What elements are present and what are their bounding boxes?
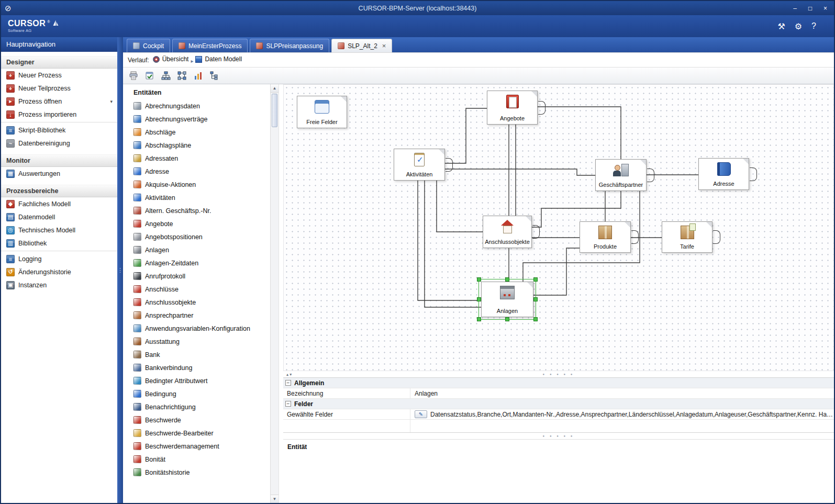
entity-item-anrufprotokoll[interactable]: Anrufprotokoll — [123, 270, 270, 283]
sidebar-item-logging[interactable]: ≡Logging — [1, 252, 117, 265]
diagram-canvas[interactable]: Freie FelderAngeboteAktivitätenGeschäfts… — [283, 84, 834, 371]
node-freie-felder[interactable]: Freie Felder — [297, 96, 347, 128]
entity-item-bedingung[interactable]: Bedingung — [123, 387, 270, 400]
entity-item-beschwerdemanagement[interactable]: Beschwerdemanagement — [123, 440, 270, 453]
print-preview-icon[interactable] — [127, 70, 140, 82]
connector-line[interactable] — [418, 181, 481, 300]
node-geschaeftspartner[interactable]: Geschäftspartner — [595, 159, 647, 191]
scrollbar-thumb[interactable] — [272, 94, 277, 127]
divider — [1, 251, 117, 251]
edit-fields-button[interactable]: ✎ — [415, 410, 427, 418]
chart-icon[interactable] — [192, 70, 205, 82]
connector-line[interactable] — [437, 181, 483, 232]
breadcrumb-item-übersicht[interactable]: Übersicht — [153, 55, 189, 63]
entity-label: Bedingter Attributwert — [145, 377, 208, 385]
property-value[interactable]: ✎Datensatzstatus,Branche,Ort,Mandanten-N… — [410, 409, 834, 419]
entity-item-akquise-aktionen[interactable]: Akquise-Aktionen — [123, 178, 270, 191]
entity-item-anlagen-zeitdaten[interactable]: Anlagen-Zeitdaten — [123, 256, 270, 270]
entity-item-ausstattung[interactable]: Ausstattung — [123, 335, 270, 348]
collapse-icon[interactable]: − — [285, 401, 291, 407]
machine-icon — [500, 286, 515, 299]
entity-item-bedingter-attributwert[interactable]: Bedingter Attributwert — [123, 374, 270, 387]
tools-icon[interactable]: ⚒ — [777, 21, 785, 31]
layout-hierarchic-icon[interactable] — [160, 70, 172, 82]
sidebar-item-bibliothek[interactable]: ▥Bibliothek — [1, 237, 117, 250]
entity-item-anlagen[interactable]: Anlagen — [123, 243, 270, 256]
canvas-properties-splitter[interactable]: ▴ ▾ ● ● ● ● ● — [283, 371, 834, 377]
sidebar-item-prozess-öffnen[interactable]: ▸Prozess öffnen▾ — [1, 95, 117, 108]
entity-item-bonität[interactable]: Bonität — [123, 453, 270, 466]
connector-line[interactable] — [425, 181, 481, 307]
tab-slppreisanpassung[interactable]: SLPPreisanpassung — [250, 39, 329, 52]
window-controls: – □ × — [787, 3, 833, 14]
sidebar-item-datenbereinigung[interactable]: ~Datenbereinigung — [1, 137, 117, 150]
maximize-button[interactable]: □ — [803, 3, 818, 14]
node-anschlussobjekte[interactable]: Anschlussobjekte — [483, 216, 532, 248]
help-icon[interactable]: ? — [811, 21, 816, 31]
connector-line[interactable] — [538, 107, 621, 159]
entity-item-adressaten[interactable]: Adressaten — [123, 152, 270, 165]
entity-item-bank[interactable]: Bank — [123, 348, 270, 361]
sidebar-item-datenmodell[interactable]: ▤Datenmodell — [1, 210, 117, 223]
select-window-icon[interactable] — [143, 70, 156, 82]
property-value[interactable]: Anlagen — [410, 388, 834, 398]
layout-tree-icon[interactable] — [208, 70, 221, 82]
connector-line[interactable] — [445, 108, 487, 163]
sidebar-section-designer[interactable]: Designer — [1, 56, 117, 69]
sidebar-item-neuer-prozess[interactable]: +Neuer Prozess — [1, 69, 117, 82]
sidebar-item-änderungshistorie[interactable]: ↺Änderungshistorie — [1, 265, 117, 278]
entity-item-adresse[interactable]: Adresse — [123, 165, 270, 178]
entity-item-benachrichtigung[interactable]: Benachrichtigung — [123, 400, 270, 413]
entity-item-aktivitäten[interactable]: Aktivitäten — [123, 191, 270, 204]
entity-item-bankverbindung[interactable]: Bankverbindung — [123, 361, 270, 374]
node-angebote[interactable]: Angebote — [487, 91, 538, 125]
properties-entity-splitter[interactable]: ● ● ● ● ● — [283, 433, 834, 439]
sidebar-item-fachliches-modell[interactable]: ◆Fachliches Modell — [1, 197, 117, 210]
sidebar-section-prozessbereiche[interactable]: Prozessbereiche — [1, 185, 117, 197]
tab-meinersterprozess[interactable]: MeinErsterProzess — [172, 39, 248, 52]
close-tab-icon[interactable]: × — [382, 42, 386, 49]
splitter-arrows-icon[interactable]: ▴ ▾ — [286, 372, 292, 377]
connector-line[interactable] — [445, 169, 595, 175]
layout-orthogonal-icon[interactable] — [176, 70, 188, 82]
entity-item-beschwerde-bearbeiter[interactable]: Beschwerde-Bearbeiter — [123, 427, 270, 440]
sidebar-section-monitor[interactable]: Monitor — [1, 154, 117, 167]
entity-item-abschläge[interactable]: Abschläge — [123, 126, 270, 139]
sidebar-splitter[interactable]: ⋮ — [117, 37, 123, 503]
scroll-up-icon[interactable]: ▲ — [271, 84, 279, 93]
sidebar-item-instanzen[interactable]: ▣Instanzen — [1, 278, 117, 292]
tab-cockpit[interactable]: Cockpit — [127, 39, 170, 52]
sidebar-item-skript-bibliothek[interactable]: ≡Skript-Bibliothek — [1, 124, 117, 137]
group-label: Allgemein — [294, 379, 324, 387]
entity-item-altern-geschäftsp-nr[interactable]: Altern. Geschäftsp.-Nr. — [123, 204, 270, 217]
close-button[interactable]: × — [818, 3, 833, 14]
entity-icon — [133, 259, 141, 267]
collapse-icon[interactable]: − — [285, 380, 291, 386]
entity-item-angebotspositionen[interactable]: Angebotspositionen — [123, 230, 270, 243]
entity-item-anschlussobjekte[interactable]: Anschlussobjekte — [123, 296, 270, 309]
entity-item-abrechnungsdaten[interactable]: Abrechnungsdaten — [123, 99, 270, 113]
sidebar-item-neuer-teilprozess[interactable]: +Neuer Teilprozess — [1, 82, 117, 95]
entity-item-anschlüsse[interactable]: Anschlüsse — [123, 283, 270, 296]
scroll-down-icon[interactable]: ▼ — [271, 495, 279, 503]
node-anlagen[interactable]: Anlagen — [481, 282, 533, 317]
node-tarife[interactable]: Tarife — [662, 221, 712, 253]
entity-item-ansprechpartner[interactable]: Ansprechpartner — [123, 309, 270, 322]
entity-item-beschwerde[interactable]: Beschwerde — [123, 413, 270, 427]
breadcrumb-item-daten-modell[interactable]: Daten Modell — [195, 55, 242, 63]
entity-item-anwendungsvariablen-konfiguration[interactable]: Anwendungsvariablen-Konfiguration — [123, 322, 270, 335]
node-aktivitaeten[interactable]: Aktivitäten — [394, 149, 445, 181]
node-produkte[interactable]: Produkte — [580, 221, 631, 253]
entity-scrollbar[interactable]: ▲ ▼ — [270, 84, 279, 503]
sidebar-item-prozess-importieren[interactable]: ↓Prozess importieren — [1, 108, 117, 121]
entity-item-angebote[interactable]: Angebote — [123, 217, 270, 230]
sidebar-item-auswertungen[interactable]: ▦Auswertungen — [1, 167, 117, 180]
tab-slp-alt-2[interactable]: SLP_Alt_2× — [331, 39, 392, 52]
entity-item-abrechnungsverträge[interactable]: Abrechnungsverträge — [123, 113, 270, 126]
customize-icon[interactable]: ⚙ — [795, 21, 802, 31]
entity-item-abschlagspläne[interactable]: Abschlagspläne — [123, 139, 270, 152]
entity-item-bonitätshistorie[interactable]: Bonitätshistorie — [123, 466, 270, 479]
minimize-button[interactable]: – — [787, 3, 803, 14]
node-adresse[interactable]: Adresse — [698, 158, 749, 190]
sidebar-item-technisches-modell[interactable]: ◎Technisches Modell — [1, 223, 117, 237]
